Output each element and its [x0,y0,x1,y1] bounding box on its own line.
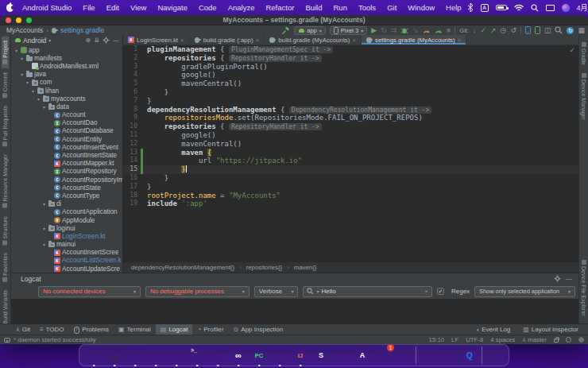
tree-item-folder[interactable]: ▾ java [11,71,122,79]
tree-item-package[interactable]: ▾ di [11,200,122,208]
line-number[interactable]: 18 [123,192,141,200]
layout-grid-icon[interactable]: ▦ [578,26,585,35]
code-editor[interactable]: 1pluginManagement { PluginManagementSpec… [123,45,578,262]
code-line[interactable]: 18rootProject.name = "MyAccounts" [123,192,578,200]
menu-item[interactable]: Refactor [260,3,300,12]
code-line[interactable]: 15 } [123,165,578,174]
menu-item[interactable]: Edit [101,3,125,12]
build-hammer-icon[interactable] [281,26,290,35]
menu-item[interactable]: Git [381,3,402,12]
stop-button[interactable]: ■ [447,26,451,35]
editor-tab-gradle[interactable]: build.gradle (MyAccounts) × [265,35,362,45]
clear-search-icon[interactable]: × [424,288,428,295]
code-line[interactable]: 8dependencyResolutionManagement { Depend… [123,106,578,114]
tool-window-button-terminal[interactable]: Terminal [114,324,156,335]
menu-item[interactable]: Help [440,3,467,12]
readonly-lock-icon[interactable] [554,339,559,343]
line-number[interactable]: 12 [123,140,141,149]
dock-app-calculator[interactable] [168,347,185,364]
search-icon[interactable] [531,4,539,12]
menu-item[interactable]: Navigate [152,3,193,12]
tree-item-kotlin[interactable]: LoginScreen.kt [11,232,122,240]
breadcrumb-item[interactable]: maven{} [282,264,316,271]
editor-tab-gradle[interactable]: settings.gradle (MyAccounts) × [362,35,466,45]
tool-window-button[interactable]: Device Manager [580,69,587,124]
tool-window-button-git[interactable]: Git [11,324,35,335]
code-line[interactable]: 6 } [123,88,578,97]
dock-app-terminal[interactable]: >_ [188,347,206,364]
dock-app-intellij[interactable]: IJ [292,347,309,364]
gradle-sync-icon[interactable]: ↻ [567,27,574,34]
line-number[interactable]: 5 [123,79,141,88]
device-dropdown[interactable]: Pixel 3 ▾ [330,26,368,35]
tool-window-button[interactable]: Device File Explorer [580,256,587,320]
screen-mirroring-icon[interactable] [546,5,555,11]
tree-item-folder[interactable]: ▾ manifests [11,54,122,62]
chevron-down-icon[interactable]: ▾ [36,96,41,102]
inspections-ok-icon[interactable]: ✓ [569,46,575,54]
update-project-button[interactable]: ↓ [473,26,477,35]
menu-item[interactable]: File [77,3,100,12]
close-window-button[interactable] [6,17,11,23]
tool-window-button-todo[interactable]: TODO [35,324,69,335]
logcat-settings-gear-icon[interactable] [554,275,561,282]
tree-item-class[interactable]: AccountInsertState [11,151,122,159]
breadcrumb-item[interactable]: repositories{} [234,264,282,271]
code-line[interactable]: 13 maven { [123,149,578,157]
menu-item[interactable]: Window [402,3,440,12]
attach-debugger-icon[interactable]: ↘ [412,26,419,35]
line-number[interactable]: 13 [123,149,141,157]
chevron-down-icon[interactable]: ▾ [30,88,36,94]
wifi-icon[interactable] [514,4,524,11]
avd-manager-icon[interactable] [535,26,540,34]
tree-item-object[interactable]: AppModule [11,216,122,224]
chevron-down-icon[interactable]: ▾ [19,72,25,77]
chevron-down-icon[interactable]: ▾ [41,242,47,247]
code-line[interactable]: 1pluginManagement { PluginManagementSpec… [123,45,578,54]
line-number[interactable]: 7 [123,97,141,106]
project-view-selector[interactable]: Android [23,37,46,45]
close-tab-icon[interactable]: × [256,37,260,44]
collapse-all-icon[interactable]: ⇊ [94,37,99,44]
editor-tab-gradle[interactable]: build.gradle (:app) × [190,35,265,45]
profile-low-overhead-button[interactable] [435,27,443,34]
line-number[interactable]: 9 [123,114,141,122]
line-number[interactable]: 2 [123,54,141,63]
tree-item-class[interactable]: AccountType [11,192,122,199]
dock-app-vscode[interactable] [395,347,412,364]
siri-icon[interactable] [562,4,570,12]
dock-app-settings[interactable]: 1 [374,347,392,364]
search-everywhere-icon[interactable] [555,26,563,34]
tree-item-class[interactable]: AccountState [11,184,122,192]
devices-dropdown[interactable]: No connected devices▾ [38,286,141,297]
dock-app-finder[interactable] [85,347,103,364]
tool-window-button-layoutinspector[interactable]: Layout Inspector [518,324,583,335]
logcat-search-input[interactable]: ▾ Hello × [303,286,432,297]
tool-window-button[interactable]: Gradle [580,38,587,69]
dock-app-calendar[interactable]: 22 [106,347,123,364]
close-tab-icon[interactable]: × [180,37,184,44]
chevron-down-icon[interactable]: ▾ [41,104,47,110]
hide-logcat-icon[interactable]: — [566,275,572,282]
indent-indicator[interactable]: 4 spaces [490,336,515,343]
menu-item[interactable]: Android Studio [17,3,77,12]
processes-dropdown[interactable]: No debuggable processes▾ [145,286,250,297]
line-ending-indicator[interactable]: LF [451,336,458,343]
tool-window-button[interactable]: Resource Manager [2,150,9,212]
editor-tab-kotlin[interactable]: LoginScreen.kt × [123,35,190,45]
event-message-icon[interactable] [4,338,10,343]
menu-item[interactable]: Tools [353,3,381,12]
commit-button[interactable]: ✓ [480,26,486,35]
dock-app-steam[interactable] [333,347,350,364]
tool-window-button[interactable]: Favorites [2,249,9,286]
tool-window-button-inspect[interactable]: App Inspection [229,324,288,335]
settings-gear-icon[interactable] [103,37,110,44]
dock-app-appstore[interactable]: A [354,347,371,364]
tree-item-kotlin[interactable]: AccountMapper.kt [11,160,122,168]
chevron-down-icon[interactable]: ▾ [25,79,30,85]
chevron-down-icon[interactable]: ▾ [41,226,47,231]
run-configuration-dropdown[interactable]: app ▾ [294,26,326,35]
menu-clock[interactable]: 4月22日 周五 19:04 [577,2,588,13]
regex-checkbox[interactable]: ✓ [437,288,444,295]
tool-window-button[interactable]: Pull Requests [2,102,9,150]
